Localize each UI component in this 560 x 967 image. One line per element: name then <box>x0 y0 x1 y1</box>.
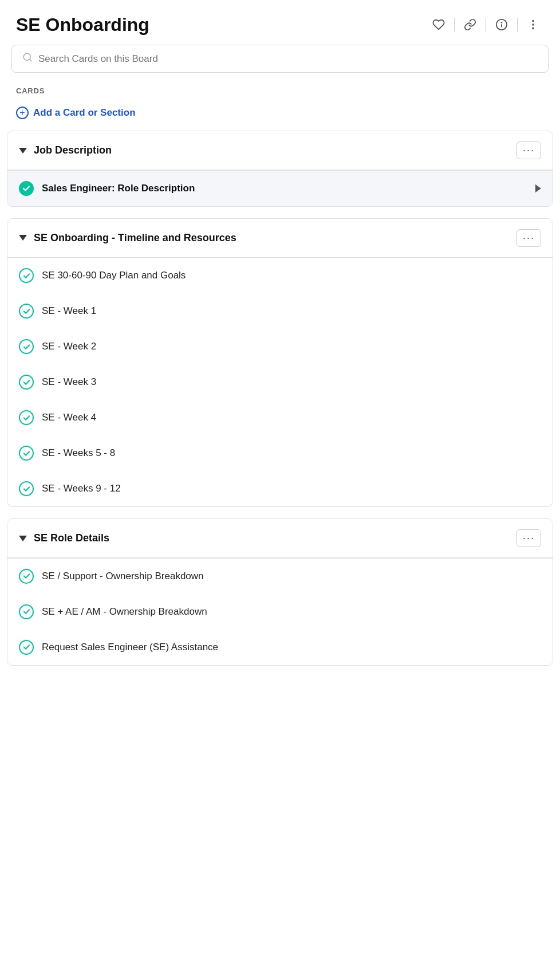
search-icon <box>22 52 33 65</box>
list-item-ae-am-ownership[interactable]: SE + AE / AM - Ownership Breakdown <box>7 594 553 630</box>
list-item-week2[interactable]: SE - Week 2 <box>7 329 553 364</box>
link-icon[interactable] <box>459 14 481 36</box>
section-header-left-timeline: SE Onboarding - Timeline and Resources <box>19 232 236 244</box>
add-card-button[interactable]: + Add a Card or Section <box>0 102 152 131</box>
svg-point-3 <box>532 20 534 22</box>
list-item-week3[interactable]: SE - Week 3 <box>7 364 553 400</box>
chevron-down-icon <box>19 148 27 154</box>
check-outline-icon-support <box>19 569 34 584</box>
header-divider-3 <box>517 18 518 32</box>
cards-section-label: CARDS <box>0 82 560 102</box>
svg-point-5 <box>532 27 534 30</box>
section-header-left: Job Description <box>19 144 112 156</box>
chevron-down-icon-role-details <box>19 536 27 541</box>
chevron-down-icon-timeline <box>19 235 27 241</box>
list-item-day-plan[interactable]: SE 30-60-90 Day Plan and Goals <box>7 258 553 293</box>
section-menu-button-job-description[interactable]: ··· <box>516 141 541 159</box>
section-header-role-details[interactable]: SE Role Details ··· <box>7 519 553 557</box>
card-title-week2: SE - Week 2 <box>42 341 96 352</box>
section-menu-button-timeline[interactable]: ··· <box>516 229 541 247</box>
add-card-label: Add a Card or Section <box>33 107 136 119</box>
section-header-timeline[interactable]: SE Onboarding - Timeline and Resources ·… <box>7 219 553 257</box>
search-input[interactable] <box>38 53 538 65</box>
page-title: SE Onboarding <box>16 14 149 36</box>
section-job-description: Job Description ··· Sales Engineer: Role… <box>7 131 553 207</box>
card-item-left: Sales Engineer: Role Description <box>19 181 195 196</box>
list-item-weeks9-12[interactable]: SE - Weeks 9 - 12 <box>7 471 553 506</box>
section-title-job-description: Job Description <box>34 144 112 156</box>
section-se-onboarding-timeline: SE Onboarding - Timeline and Resources ·… <box>7 218 553 508</box>
list-item-week1[interactable]: SE - Week 1 <box>7 293 553 329</box>
page-header: SE Onboarding <box>0 0 560 45</box>
section-title-role-details: SE Role Details <box>34 532 109 544</box>
check-outline-icon <box>19 268 34 283</box>
list-item-weeks5-8[interactable]: SE - Weeks 5 - 8 <box>7 435 553 471</box>
section-title-timeline: SE Onboarding - Timeline and Resources <box>34 232 236 244</box>
header-icon-group <box>428 14 544 36</box>
check-filled-icon <box>19 181 34 196</box>
heart-icon[interactable] <box>428 14 449 36</box>
card-title-week4: SE - Week 4 <box>42 412 96 423</box>
list-item-support-ownership[interactable]: SE / Support - Ownership Breakdown <box>7 559 553 594</box>
header-divider-1 <box>454 18 455 32</box>
card-title-request-se: Request Sales Engineer (SE) Assistance <box>42 642 218 653</box>
check-outline-icon-request-se <box>19 640 34 655</box>
check-outline-icon-week2 <box>19 339 34 354</box>
more-menu-icon[interactable] <box>522 14 544 36</box>
card-item-sales-engineer-role[interactable]: Sales Engineer: Role Description <box>7 171 553 206</box>
svg-point-4 <box>532 23 534 26</box>
list-item-request-se[interactable]: Request Sales Engineer (SE) Assistance <box>7 630 553 665</box>
section-menu-button-role-details[interactable]: ··· <box>516 529 541 547</box>
search-bar <box>11 45 549 73</box>
info-icon[interactable] <box>491 14 512 36</box>
check-outline-icon-ae-am <box>19 604 34 619</box>
card-title-ae-am-ownership: SE + AE / AM - Ownership Breakdown <box>42 606 207 618</box>
list-item-week4[interactable]: SE - Week 4 <box>7 400 553 435</box>
card-title-weeks9-12: SE - Weeks 9 - 12 <box>42 483 121 494</box>
check-outline-icon-week1 <box>19 304 34 319</box>
svg-line-7 <box>29 59 31 61</box>
section-header-left-role-details: SE Role Details <box>19 532 109 544</box>
check-outline-icon-week3 <box>19 375 34 390</box>
check-outline-icon-week4 <box>19 410 34 425</box>
check-outline-icon-weeks5-8 <box>19 446 34 461</box>
add-card-icon: + <box>16 107 29 119</box>
card-title-week3: SE - Week 3 <box>42 376 96 388</box>
card-title-sales-engineer-role: Sales Engineer: Role Description <box>42 183 195 194</box>
card-title-day-plan: SE 30-60-90 Day Plan and Goals <box>42 270 186 281</box>
section-se-role-details: SE Role Details ··· SE / Support - Owner… <box>7 518 553 666</box>
section-header-job-description[interactable]: Job Description ··· <box>7 131 553 170</box>
chevron-right-icon <box>535 184 541 192</box>
card-title-week1: SE - Week 1 <box>42 305 96 317</box>
check-outline-icon-weeks9-12 <box>19 481 34 496</box>
card-title-weeks5-8: SE - Weeks 5 - 8 <box>42 447 115 459</box>
card-title-support-ownership: SE / Support - Ownership Breakdown <box>42 571 204 582</box>
header-divider-2 <box>486 18 486 32</box>
